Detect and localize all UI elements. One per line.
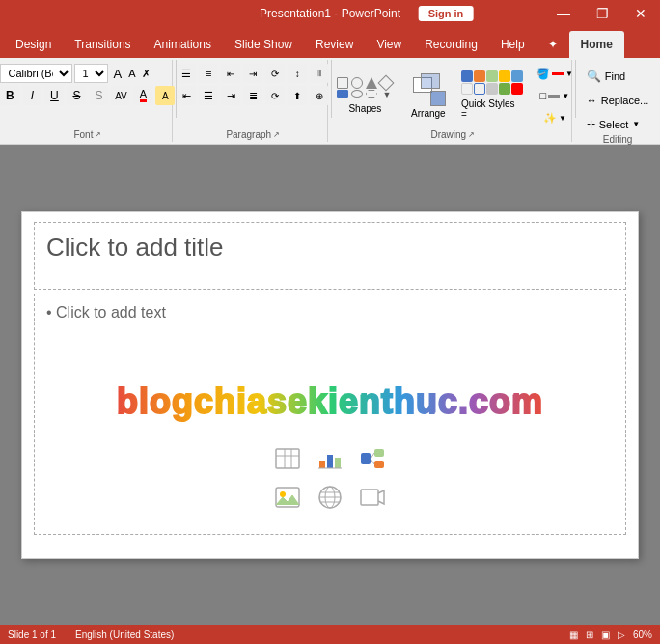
select-icon: ⊹	[587, 118, 595, 130]
font-size-select[interactable]: 18	[74, 64, 108, 83]
indent-dec-button[interactable]: ⇤	[221, 64, 240, 83]
insert-chart-icon[interactable]	[313, 441, 347, 476]
slide[interactable]: Click to add title • Click to add text	[21, 211, 639, 559]
shape-more: ▼	[380, 90, 394, 99]
tab-slideshow[interactable]: Slide Show	[223, 31, 304, 58]
paragraph-tools: ☰ ≡ ⇤ ⇥ ⟳ ↕ ⫴ ⇤ ☰ ⇥ ≣ ⟳ ⬆ ⊕	[177, 60, 329, 129]
minimize-button[interactable]: —	[544, 0, 583, 27]
view-normal-button[interactable]: ▦	[569, 630, 578, 640]
view-controls: ▦ ⊞ ▣ ▷ 60%	[569, 630, 652, 640]
text-highlight-button[interactable]: A	[155, 86, 175, 105]
drawing-group-label: Drawing ↗	[430, 129, 475, 142]
underline-button[interactable]: U	[44, 86, 64, 105]
styles-preview	[461, 70, 523, 95]
select-button[interactable]: ⊹ Select ▼	[580, 114, 656, 134]
smartart-button[interactable]: ⟳	[265, 64, 285, 83]
tab-review[interactable]: Review	[304, 31, 365, 58]
restore-button[interactable]: ❐	[583, 0, 621, 27]
paragraph-group-label: Paragraph ↗	[226, 129, 280, 142]
svg-point-14	[280, 491, 286, 497]
drawing-group: ▼ Shapes Arrange	[335, 60, 573, 142]
replace-button[interactable]: ↔ Replace...	[580, 91, 656, 110]
font-group-label: Font ↗	[73, 129, 101, 142]
svg-line-11	[371, 453, 374, 459]
font-dialog-button[interactable]: ↗	[95, 130, 101, 139]
view-reading-button[interactable]: ▣	[601, 630, 610, 640]
slide-info: Slide 1 of 1	[8, 630, 56, 640]
tab-home[interactable]: Home	[569, 31, 624, 58]
line-spacing-button[interactable]: ↕	[288, 64, 307, 83]
insert-table-icon[interactable]	[270, 441, 305, 476]
view-slideshow-button[interactable]: ▷	[618, 630, 625, 640]
title-bar: Presentation1 - PowerPoint Sign in — ❐ ✕	[0, 0, 660, 27]
drawing-dialog-button[interactable]: ↗	[468, 130, 475, 139]
window-controls: — ❐ ✕	[544, 0, 660, 27]
paragraph-dialog-button[interactable]: ↗	[273, 130, 280, 139]
fill-color-bar	[552, 72, 564, 75]
close-button[interactable]: ✕	[621, 0, 660, 27]
ribbon: Calibri (Body) 18 A A ✗ B I U S S AV	[0, 58, 660, 145]
justify-button[interactable]: ≣	[243, 86, 262, 105]
shape-effects-button[interactable]: ✨ ▼	[532, 108, 578, 127]
convert-smartart-button[interactable]: ⊕	[310, 86, 329, 105]
effects-dropdown-arrow[interactable]: ▼	[559, 114, 566, 123]
columns-button[interactable]: ⫴	[310, 64, 329, 83]
numbering-button[interactable]: ≡	[199, 64, 218, 83]
bullets-button[interactable]: ☰	[177, 64, 196, 83]
slide-title-box[interactable]: Click to add title	[34, 222, 626, 290]
insert-smartart-icon[interactable]	[355, 441, 390, 476]
tab-animations[interactable]: Animations	[143, 31, 223, 58]
shape-diamond	[377, 75, 394, 92]
slide-content-placeholder: • Click to add text	[46, 304, 614, 322]
editing-group: 🔍 Find ↔ Replace... ⊹ Select ▼ Editing	[579, 60, 656, 142]
tab-lightbulb[interactable]: ✦	[536, 31, 569, 58]
signin-button[interactable]: Sign in	[419, 6, 474, 21]
editing-tools: 🔍 Find ↔ Replace... ⊹ Select ▼	[580, 60, 656, 134]
font-tools: Calibri (Body) 18 A A ✗ B I U S S AV	[0, 60, 175, 129]
align-center-button[interactable]: ☰	[199, 86, 218, 105]
tab-design[interactable]: Design	[4, 31, 63, 58]
outline-dropdown-arrow[interactable]: ▼	[562, 92, 569, 100]
align-left-button[interactable]: ⇤	[177, 86, 196, 105]
tab-view[interactable]: View	[365, 31, 413, 58]
font-color-button[interactable]: A	[133, 86, 152, 105]
arrange-button[interactable]: Arrange	[404, 67, 453, 124]
shape-triangle	[366, 77, 377, 89]
insert-video-icon[interactable]	[355, 480, 390, 515]
tab-recording[interactable]: Recording	[413, 31, 489, 58]
tab-help[interactable]: Help	[489, 31, 536, 58]
strikethrough-button[interactable]: S	[67, 86, 86, 105]
quick-styles-button[interactable]: Quick Styles =	[454, 66, 530, 125]
slide-content-box[interactable]: • Click to add text	[34, 294, 626, 535]
arrange-label: Arrange	[411, 108, 446, 119]
tab-transitions[interactable]: Transitions	[63, 31, 142, 58]
shape-rect	[337, 77, 348, 89]
italic-button[interactable]: I	[22, 86, 41, 105]
font-shrink-button[interactable]: A	[125, 66, 138, 82]
quick-styles-label: Quick Styles =	[461, 98, 523, 120]
bold-button[interactable]: B	[0, 86, 19, 105]
text-direction-button[interactable]: ⟳	[265, 86, 285, 105]
shapes-button[interactable]: ▼ Shapes	[328, 70, 402, 119]
align-text-button[interactable]: ⬆	[288, 86, 307, 105]
separator-3	[575, 60, 576, 118]
indent-inc-button[interactable]: ⇥	[243, 64, 262, 83]
editing-group-label: Editing	[603, 134, 633, 147]
shape-outline-button[interactable]: □ ▼	[532, 86, 578, 105]
insert-online-picture-icon[interactable]	[313, 480, 347, 515]
font-grow-button[interactable]: A	[110, 66, 124, 82]
select-dropdown-arrow[interactable]: ▼	[632, 120, 640, 128]
view-sorter-button[interactable]: ⊞	[586, 630, 593, 640]
char-spacing-button[interactable]: AV	[111, 86, 130, 105]
find-button[interactable]: 🔍 Find	[580, 66, 656, 87]
shape-fill-button[interactable]: 🪣 ▼	[532, 64, 578, 83]
fill-dropdown-arrow[interactable]: ▼	[565, 70, 573, 78]
font-name-select[interactable]: Calibri (Body)	[0, 64, 72, 83]
align-right-button[interactable]: ⇥	[221, 86, 240, 105]
insert-icons	[270, 441, 390, 515]
text-shadow-button[interactable]: S	[89, 86, 108, 105]
app-title: Presentation1 - PowerPoint	[260, 7, 400, 20]
clear-format-button[interactable]: ✗	[139, 66, 153, 82]
font-group: Calibri (Body) 18 A A ✗ B I U S S AV	[4, 60, 173, 142]
insert-picture-icon[interactable]	[270, 480, 305, 515]
